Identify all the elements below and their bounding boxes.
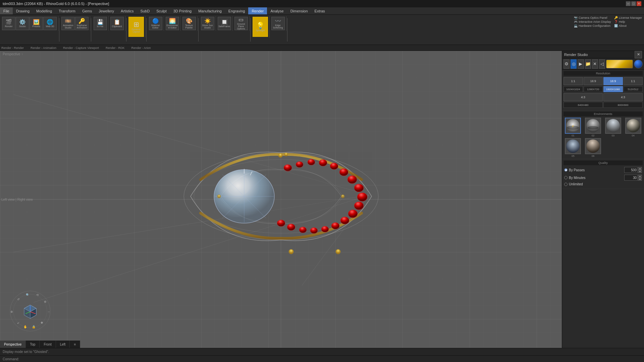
menu-manufacturing[interactable]: Manufacturing [195,7,225,14]
material-editor-button[interactable]: 🔵 Material Editor [149,17,162,30]
viewport-tab-menu-icon: ≡ [74,343,76,346]
to-file-button[interactable]: 💾 to File [94,17,107,30]
env-label-01: 01 [572,134,575,137]
res-644x362[interactable]: 1920X1080 [603,86,623,92]
environment-editor-button[interactable]: 🌅 Environment Editor [166,17,179,30]
res-1280x720[interactable]: 1280X720 [584,86,603,92]
dynamic-layout-button[interactable]: ⊞ Dynamic Layout [128,17,144,37]
ground-plane-button[interactable]: ▭ Ground Plane Options [234,17,248,30]
env-thumb-01: ⚡ [565,118,581,134]
hardware-config-button[interactable]: 💻 Hardware Configuration [574,24,611,27]
spotlight-button[interactable]: 💡 Spotlight [253,17,268,37]
interactive-arion-button[interactable]: 🎮 Interactive Arion Display [574,20,611,23]
panel-play-btn[interactable]: ▶ [578,59,584,69]
viewport-tab-top[interactable]: Top [26,341,40,348]
render-button[interactable]: 🎬 Render [2,17,15,30]
ratio-1-1-b[interactable]: 1:1 [624,77,643,85]
by-minutes-up[interactable]: ▲ [638,175,642,178]
animation-studio-button[interactable]: 🎞️ Animation Studio [61,17,75,30]
res-640x480[interactable]: 640X480 [564,102,603,108]
by-minutes-spinbox[interactable]: 30 [624,175,638,181]
viewport-tab-left[interactable]: Left [56,341,70,348]
menu-engraving[interactable]: Engraving [225,7,249,14]
res-512x512[interactable]: 512X512 [624,86,643,92]
about-button[interactable]: ℹ️ About [614,24,642,27]
menu-extras[interactable]: Extras [311,7,328,14]
by-passes-down[interactable]: ▼ [638,170,642,173]
viewport-tab-perspective[interactable]: Perspective [0,341,26,348]
menu-drawing[interactable]: Drawing [13,7,33,14]
panel-x-btn[interactable]: ✕ [592,59,598,69]
res-1024x1024[interactable]: 1024X1024 [564,86,583,92]
studio-button[interactable]: ⚙️ Studio [16,17,29,30]
unlimited-label[interactable]: Unlimited [564,182,583,186]
menu-file[interactable]: File [0,7,13,14]
menu-subd[interactable]: SubD [137,7,153,14]
toolbar-spotlight-group: 💡 Spotlight [251,16,270,38]
env-item-05[interactable]: 05 [564,138,583,158]
camera-optics-button[interactable]: 📷 Camera Optics Panel [574,16,611,19]
by-minutes-radio[interactable] [564,176,568,179]
viewport-tab-menu[interactable]: ≡ [70,341,80,348]
unlimited-radio[interactable] [564,183,568,186]
minimize-button[interactable]: ─ [626,1,631,6]
by-passes-label[interactable]: By Passes [564,168,585,172]
web3d-button[interactable]: 🌐 Web 3D [43,17,57,30]
ratio-16-9-b[interactable]: 16:9 [603,77,623,85]
show-sun-label: Show Sun Studio [202,24,214,29]
ratio-1-1-a[interactable]: 1:1 [564,77,583,85]
menu-transform[interactable]: Transform [55,7,79,14]
help-button[interactable]: ❓ Help [614,20,642,23]
ratio-4-3-b[interactable]: 4:3 [603,93,643,101]
show-sun-button[interactable]: ☀️ Show Sun Studio [201,17,214,30]
menu-render[interactable]: Render [248,7,267,14]
ratio-16-9-a[interactable]: 16:9 [584,77,603,85]
ratio-4-3-a[interactable]: 4:3 [564,93,603,101]
navigation-widget[interactable]: ⊕ ↺ 🔍 ⟲ ⊕ → ↙ ✋ [7,288,54,335]
by-minutes-label[interactable]: By Minutes [564,176,585,180]
by-minutes-down[interactable]: ▼ [638,178,642,181]
presets-button[interactable]: 🖼️ Presets [30,17,43,30]
env-item-01[interactable]: ⚡ 01 [564,118,583,137]
command-input[interactable] [20,357,641,361]
res-800x600[interactable]: 800X600 [603,102,643,108]
viewport[interactable]: Perspective ▾ Left view | Right view [0,51,562,348]
menu-sculpt[interactable]: Sculpt [153,7,170,14]
environments-grid-row1: ⚡ 01 [564,118,643,137]
keyframe-label: Keyframe Animation [76,24,88,29]
menu-dimension[interactable]: Dimension [287,7,311,14]
safeframe-button[interactable]: 🔲 SafeFrame [218,17,231,30]
panel-folder-btn[interactable]: 📁 [585,59,591,69]
menu-gems[interactable]: Gems [79,7,95,14]
panel-content[interactable]: Resolution 1:1 16:9 16:9 1:1 1024X1024 1… [562,70,644,348]
env-item-06[interactable]: 06 [584,138,603,158]
menu-analyse[interactable]: Analyse [267,7,287,14]
by-passes-radio[interactable] [564,168,568,172]
texture-palette-button[interactable]: 🎨 Texture Palette [182,17,196,30]
edge-softening-icon: 〰️ [275,18,281,24]
close-button[interactable]: ✕ [637,1,641,6]
edge-softening-button[interactable]: 〰️ Edge Softening [271,17,285,30]
by-passes-spinbox[interactable]: 500 [624,167,638,173]
env-item-03[interactable]: 03 [604,118,623,137]
license-manager-button[interactable]: 🔑 License Manager [614,16,642,19]
viewport-tabs: Perspective Top Front Left ≡ [0,341,80,348]
menu-3dprinting[interactable]: 3D Printing [170,7,195,14]
maximize-button[interactable]: □ [631,1,636,6]
panel-close-btn[interactable]: ✕ [635,51,642,58]
env-item-04[interactable]: 04 [624,118,643,137]
env-item-02[interactable]: 02 [584,118,603,137]
menu-artistics[interactable]: Artistics [117,7,137,14]
studio-label: Studio [16,25,29,27]
keyframe-button[interactable]: 🔑 Keyframe Animation [75,17,89,30]
svg-point-39 [217,195,221,198]
panel-back-btn[interactable]: ◁ [599,59,605,69]
panel-settings-btn[interactable]: ⚙ [564,59,570,69]
menu-jewellery[interactable]: Jewellery [95,7,117,14]
clipboard-button[interactable]: 📋 Clipboard [110,17,124,30]
by-passes-up[interactable]: ▲ [638,167,642,170]
menu-modelling[interactable]: Modelling [33,7,55,14]
viewport-tab-front[interactable]: Front [40,341,56,348]
panel-render-btn[interactable]: ◎ [571,59,577,69]
svg-point-38 [289,249,293,254]
